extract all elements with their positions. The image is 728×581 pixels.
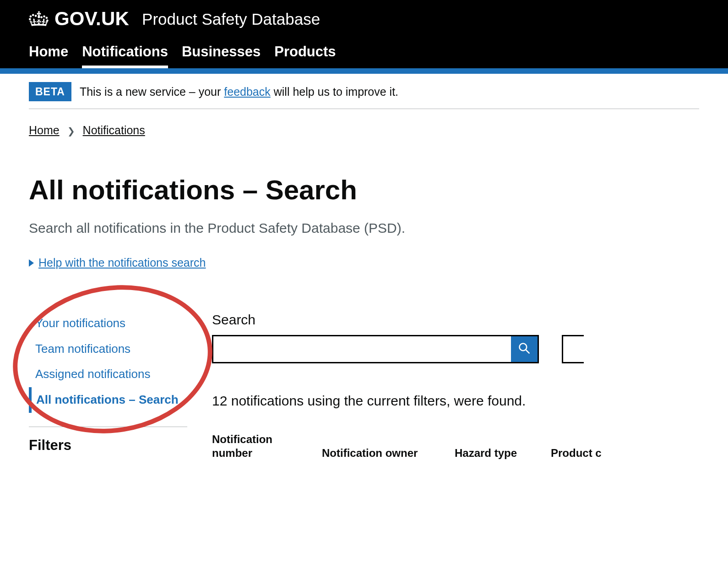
svg-line-1: [526, 350, 530, 354]
crown-icon: [29, 11, 49, 27]
page-title: All notifications – Search: [29, 172, 699, 208]
help-disclosure[interactable]: Help with the notifications search: [29, 255, 206, 270]
search-button[interactable]: [511, 336, 538, 362]
chevron-right-icon: ❯: [67, 126, 75, 136]
nav-notifications[interactable]: Notifications: [82, 43, 168, 68]
search-input[interactable]: [213, 336, 511, 362]
filters-heading: Filters: [29, 436, 194, 455]
sidebar-item-your-notifications[interactable]: Your notifications: [29, 311, 194, 336]
svg-point-0: [520, 344, 527, 351]
results-count: 12 notifications using the current filte…: [212, 392, 728, 410]
nav-businesses[interactable]: Businesses: [182, 43, 261, 68]
breadcrumb-home[interactable]: Home: [29, 124, 60, 137]
breadcrumb: Home ❯ Notifications: [0, 109, 728, 138]
page-lead: Search all notifications in the Product …: [29, 219, 699, 237]
govuk-logo-text[interactable]: GOV.UK: [54, 6, 129, 32]
nav-home[interactable]: Home: [29, 43, 68, 68]
table-header-row: Notification number Notification owner H…: [212, 433, 728, 460]
sidebar-item-all-notifications-search[interactable]: All notifications – Search: [29, 387, 194, 413]
divider: [29, 427, 187, 427]
primary-nav: Home Notifications Businesses Products: [0, 34, 728, 68]
nav-products[interactable]: Products: [274, 43, 336, 68]
help-link-text: Help with the notifications search: [38, 255, 206, 270]
th-hazard-type: Hazard type: [455, 446, 532, 460]
phase-text: This is a new service – your feedback wi…: [80, 84, 398, 99]
service-name[interactable]: Product Safety Database: [142, 9, 320, 30]
sidebar-item-assigned-notifications[interactable]: Assigned notifications: [29, 362, 194, 387]
th-notification-owner: Notification owner: [322, 446, 436, 460]
feedback-link[interactable]: feedback: [224, 85, 270, 98]
side-nav: Your notifications Team notifications As…: [29, 311, 194, 413]
search-box: [212, 335, 539, 363]
th-notification-number: Notification number: [212, 433, 304, 460]
breadcrumb-notifications[interactable]: Notifications: [83, 124, 145, 137]
phase-banner: BETA This is a new service – your feedba…: [29, 74, 699, 109]
sidebar-item-team-notifications[interactable]: Team notifications: [29, 336, 194, 362]
search-label: Search: [212, 311, 728, 329]
th-product-category: Product c: [551, 446, 606, 460]
triangle-right-icon: [29, 259, 34, 267]
beta-tag: BETA: [29, 82, 71, 101]
search-icon: [518, 342, 531, 356]
secondary-input-fragment[interactable]: [562, 335, 584, 363]
